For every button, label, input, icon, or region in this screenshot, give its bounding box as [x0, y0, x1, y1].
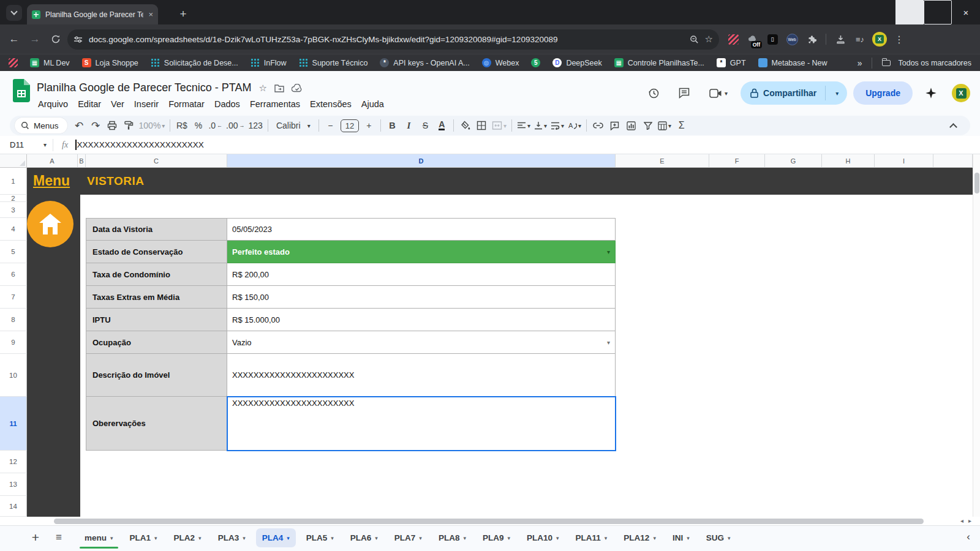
share-button[interactable]: Compartilhar ▾: [741, 81, 847, 105]
sheet-tab-PLA3[interactable]: PLA3▾: [212, 528, 252, 547]
text-color-button[interactable]: A: [434, 118, 450, 133]
menu-formatar[interactable]: Formatar: [164, 98, 209, 110]
browser-profile-avatar[interactable]: X: [872, 31, 888, 47]
sheet-tab-menu-icon[interactable]: ▾: [556, 535, 559, 541]
extension-web-icon[interactable]: Web: [784, 31, 800, 47]
decrease-decimal-button[interactable]: .0←: [206, 118, 224, 133]
sheet-tab-menu-icon[interactable]: ▾: [463, 535, 466, 541]
font-size-field[interactable]: 12: [341, 119, 359, 132]
bookmark-item[interactable]: Metabase - New: [758, 58, 827, 67]
format-currency-button[interactable]: R$: [173, 118, 190, 133]
sheet-tab-PLA1[interactable]: PLA1▾: [124, 528, 164, 547]
row-header-1[interactable]: 1: [0, 168, 27, 195]
back-button[interactable]: ←: [4, 29, 24, 50]
site-settings-icon[interactable]: [74, 35, 83, 44]
create-filter-button[interactable]: [639, 118, 656, 133]
maximize-button[interactable]: [924, 0, 952, 24]
extension-phone-icon[interactable]: ▯: [764, 31, 780, 47]
sheet-tab-menu-icon[interactable]: ▾: [728, 535, 731, 541]
bookmark-item[interactable]: *API keys - OpenAI A...: [380, 58, 469, 67]
bookmark-item[interactable]: InFlow: [251, 58, 287, 67]
star-icon[interactable]: ☆: [259, 83, 267, 94]
extensions-puzzle-icon[interactable]: [804, 31, 820, 47]
sheet-tab-menu-icon[interactable]: ▾: [331, 535, 334, 541]
row-header-10[interactable]: 10: [0, 354, 27, 397]
name-box[interactable]: D11 ▾: [0, 140, 53, 149]
column-header-A[interactable]: A: [27, 154, 78, 168]
field-value-cell[interactable]: Vazio▾: [227, 331, 616, 354]
decrease-font-size-button[interactable]: −: [322, 118, 339, 133]
field-value-cell[interactable]: XXXXXXXXXXXXXXXXXXXXXXX: [227, 354, 616, 397]
table-tools-button[interactable]: ▾: [656, 118, 673, 133]
sheet-tab-menu-icon[interactable]: ▾: [110, 535, 113, 541]
field-value-cell[interactable]: R$ 15.000,00: [227, 309, 616, 331]
chevron-down-icon[interactable]: ▾: [43, 141, 47, 148]
column-header-I[interactable]: I: [875, 154, 933, 168]
column-header-filler[interactable]: [933, 154, 973, 168]
column-header-G[interactable]: G: [765, 154, 822, 168]
row-header-8[interactable]: 8: [0, 309, 27, 331]
comments-button[interactable]: [672, 81, 696, 105]
home-button[interactable]: [27, 201, 74, 247]
bookmark-item[interactable]: Suporte Técnico: [299, 58, 368, 67]
vertical-align-button[interactable]: ▾: [532, 118, 549, 133]
menu-dados[interactable]: Dados: [209, 98, 245, 110]
field-value-cell[interactable]: 05/05/2023: [227, 218, 616, 241]
bookmark-item[interactable]: DDeepSeek: [552, 58, 601, 67]
menu-arquivo[interactable]: Arquivo: [33, 98, 73, 110]
scroll-right-icon[interactable]: ▸: [968, 517, 971, 525]
sheet-tab-PLA10[interactable]: PLA10▾: [521, 528, 565, 547]
more-formats-button[interactable]: 123: [247, 118, 265, 133]
new-tab-button[interactable]: +: [175, 6, 191, 22]
sheet-tab-menu-icon[interactable]: ▾: [419, 535, 422, 541]
reload-button[interactable]: [45, 29, 66, 50]
document-title[interactable]: Planilha Google de Parecer Tecnico - PTA…: [37, 81, 252, 94]
text-rotation-button[interactable]: A ▾: [566, 118, 583, 133]
field-value-cell[interactable]: Perfeito estado▾: [227, 241, 616, 263]
format-percent-button[interactable]: %: [190, 118, 206, 133]
sheet-tab-menu[interactable]: menu▾: [78, 528, 119, 547]
close-button[interactable]: ×: [952, 0, 980, 24]
menu-editar[interactable]: Editar: [73, 98, 106, 110]
column-header-C[interactable]: C: [86, 154, 227, 168]
text-wrap-button[interactable]: ▾: [549, 118, 566, 133]
strikethrough-button[interactable]: S: [417, 118, 434, 133]
row-header-7[interactable]: 7: [0, 286, 27, 309]
dropdown-arrow-icon[interactable]: ▾: [607, 339, 610, 346]
horizontal-scrollbar-thumb[interactable]: [54, 519, 924, 524]
column-header-E[interactable]: E: [616, 154, 709, 168]
sheet-tab-PLA11[interactable]: PLA11▾: [570, 528, 614, 547]
print-button[interactable]: [104, 118, 121, 133]
menu-extensões[interactable]: Extensões: [305, 98, 356, 110]
all-bookmarks-label[interactable]: Todos os marcadores: [898, 59, 971, 67]
browser-tab[interactable]: Planilha Google de Parecer Tec ×: [27, 4, 158, 24]
scroll-left-icon[interactable]: ◂: [960, 517, 963, 525]
media-playlist-button[interactable]: ≡♪: [852, 31, 868, 47]
menu-ajuda[interactable]: Ajuda: [356, 98, 389, 110]
version-history-button[interactable]: [641, 81, 666, 105]
row-header-2[interactable]: 2: [0, 195, 27, 202]
insert-comment-button[interactable]: [606, 118, 623, 133]
horizontal-align-button[interactable]: ▾: [515, 118, 532, 133]
sheet-tab-PLA6[interactable]: PLA6▾: [344, 528, 384, 547]
horizontal-scrollbar[interactable]: ◂ ▸: [0, 517, 980, 525]
selected-cell[interactable]: XXXXXXXXXXXXXXXXXXXXXXX: [227, 397, 616, 451]
row-header-5[interactable]: 5: [0, 241, 27, 263]
gemini-sparkle-icon[interactable]: [919, 81, 943, 105]
share-dropdown-icon[interactable]: ▾: [831, 90, 843, 97]
sheet-tab-menu-icon[interactable]: ▾: [287, 535, 290, 541]
font-family-control[interactable]: Calibri ▾: [271, 118, 315, 133]
address-bar[interactable]: docs.google.com/spreadsheets/d/1e-Dzik7w…: [67, 29, 719, 50]
sheet-tab-menu-icon[interactable]: ▾: [687, 535, 690, 541]
sheet-tab-PLA5[interactable]: PLA5▾: [300, 528, 340, 547]
column-header-H[interactable]: H: [822, 154, 875, 168]
minimize-button[interactable]: [895, 0, 924, 24]
sheet-tab-menu-icon[interactable]: ▾: [653, 535, 656, 541]
extension-stripes-icon[interactable]: [725, 31, 741, 47]
bold-button[interactable]: B: [384, 118, 401, 133]
increase-font-size-button[interactable]: +: [361, 118, 377, 133]
sheet-tab-PLA9[interactable]: PLA9▾: [477, 528, 516, 547]
sheet-tab-PLA7[interactable]: PLA7▾: [388, 528, 428, 547]
row-header-9[interactable]: 9: [0, 331, 27, 354]
bookmark-item[interactable]: ▦Controle PlanilhasTe...: [614, 58, 704, 67]
